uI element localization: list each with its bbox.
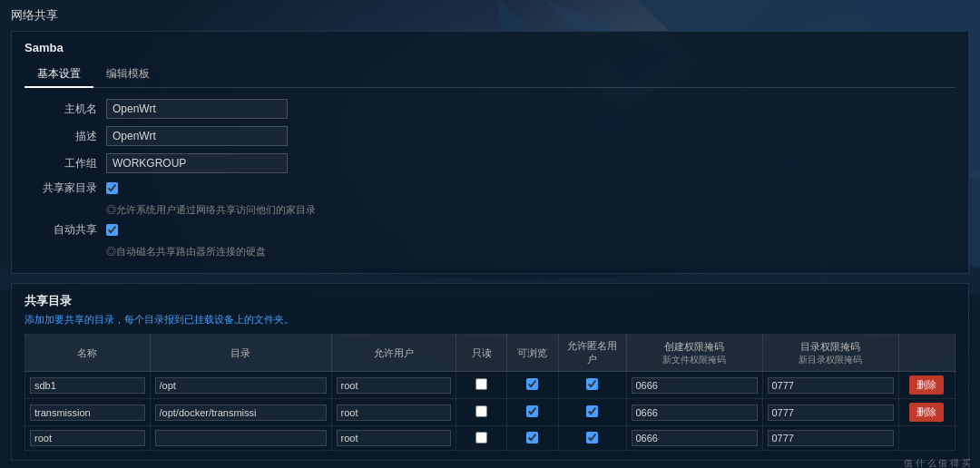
auto-share-row: 自动共享 [24,222,956,238]
share-home-checkbox[interactable] [106,182,118,194]
input-create-perm-1[interactable] [632,405,758,421]
th-dir-perm: 目录权限掩码 新目录权限掩码 [762,335,898,372]
th-create-perm: 创建权限掩码 新文件权限掩码 [626,335,762,372]
cell-create-perm-1 [626,399,762,426]
table-row: 删除 [25,399,956,426]
cell-anon-2 [558,426,626,451]
checkbox-anon-1[interactable] [586,405,598,417]
input-create-perm-2[interactable] [632,430,758,446]
cell-user-2 [331,426,456,451]
th-readonly: 只读 [456,335,507,372]
input-dir-perm-0[interactable] [768,377,894,394]
cell-user-1 [331,399,456,426]
th-anon-users: 允许匿名用户 [558,335,626,372]
input-dir-perm-1[interactable] [768,405,894,421]
th-allowed-users: 允许用户 [331,335,456,372]
input-dir-0[interactable] [155,377,327,394]
cell-readonly-2 [456,426,507,451]
add-share-link[interactable]: 添加加要共享的目录，每个目录报到已挂载设备上的文件夹。 [24,313,956,327]
cell-name-1 [25,399,151,426]
cell-readonly-1 [456,399,507,426]
share-home-row: 共享家目录 [24,180,956,196]
input-create-perm-0[interactable] [632,377,758,394]
page-title: 网络共享 [11,7,969,24]
cell-create-perm-2 [626,426,762,451]
share-home-help: ◎允许系统用户通过网络共享访问他们的家目录 [106,203,956,217]
tabs: 基本设置 编辑模板 [24,62,956,88]
tab-edit-template[interactable]: 编辑模板 [93,62,162,88]
auto-share-checkbox[interactable] [106,224,118,236]
shared-table: 名称 目录 允许用户 只读 可浏览 允许匿名用户 创建权限掩码 新文件权限掩码 [24,334,956,451]
cell-dir-perm-1 [762,399,898,426]
input-dir-1[interactable] [155,405,327,421]
desc-row: 描述 [24,126,956,146]
checkbox-browsable-2[interactable] [526,432,538,444]
input-name-2[interactable] [30,430,145,446]
input-dir-perm-2[interactable] [768,430,894,446]
card-title: Samba [24,41,956,54]
tab-basic-settings[interactable]: 基本设置 [24,62,93,88]
cell-action-0: 删除 [898,372,956,399]
th-name: 名称 [25,335,151,372]
checkbox-anon-2[interactable] [586,432,598,444]
checkbox-readonly-1[interactable] [475,405,487,417]
shared-dir-title: 共享目录 [24,293,956,309]
share-home-label: 共享家目录 [24,180,97,196]
input-dir-2[interactable] [155,430,327,446]
th-dir: 目录 [150,335,331,372]
cell-anon-1 [558,399,626,426]
share-home-checkbox-wrap [106,182,118,194]
desc-input[interactable] [106,126,288,146]
cell-anon-0 [558,372,626,399]
input-user-2[interactable] [337,430,452,446]
cell-dir-perm-2 [762,426,898,451]
workgroup-label: 工作组 [24,156,97,171]
cell-name-2 [25,426,151,451]
input-name-0[interactable] [30,377,145,394]
checkbox-browsable-1[interactable] [526,405,538,417]
checkbox-readonly-2[interactable] [475,432,487,444]
hostname-row: 主机名 [24,99,956,119]
input-name-1[interactable] [30,405,145,421]
auto-share-help: ◎自动磁名共享路由器所连接的硬盘 [106,245,956,258]
cell-action-2 [898,426,956,451]
delete-button-0[interactable]: 删除 [909,375,944,395]
th-browsable: 可浏览 [507,335,558,372]
cell-user-0 [331,372,456,399]
cell-browsable-2 [507,426,558,451]
cell-browsable-1 [507,399,558,426]
shared-dir-card: 共享目录 添加加要共享的目录，每个目录报到已挂载设备上的文件夹。 名称 目录 允… [11,283,969,461]
cell-dir-2 [150,426,331,451]
table-row: 删除 [25,372,956,399]
input-user-1[interactable] [337,405,452,421]
watermark: 值 什 么 值 得 买 [904,457,971,468]
hostname-label: 主机名 [24,102,97,117]
auto-share-checkbox-wrap [106,224,118,236]
table-row [25,426,956,451]
checkbox-readonly-0[interactable] [475,378,487,390]
cell-dir-perm-0 [762,372,898,399]
cell-readonly-0 [456,372,507,399]
cell-create-perm-0 [626,372,762,399]
cell-name-0 [25,372,151,399]
workgroup-row: 工作组 [24,153,956,173]
cell-action-1: 删除 [898,399,956,426]
cell-dir-1 [150,399,331,426]
checkbox-anon-0[interactable] [586,378,598,390]
cell-dir-0 [150,372,331,399]
samba-card: Samba 基本设置 编辑模板 主机名 描述 工作组 共享家目录 ◎允许系统用户… [11,31,969,274]
input-user-0[interactable] [337,377,452,394]
workgroup-input[interactable] [106,153,288,173]
auto-share-label: 自动共享 [24,222,97,238]
delete-button-1[interactable]: 删除 [909,403,944,422]
checkbox-browsable-0[interactable] [526,378,538,390]
th-action [898,335,956,372]
hostname-input[interactable] [106,99,288,119]
desc-label: 描述 [24,129,97,144]
cell-browsable-0 [507,372,558,399]
